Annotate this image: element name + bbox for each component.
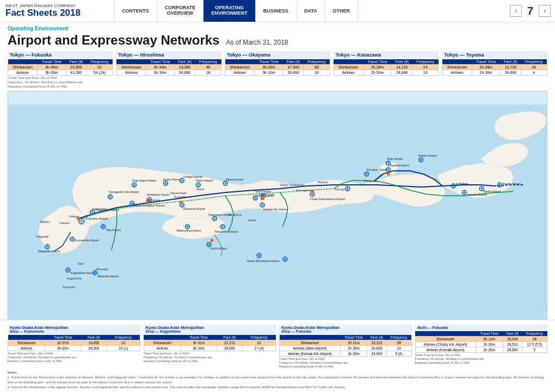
col-header-travel: Travel Time [146,59,174,65]
svg-text:Nagasaki: Nagasaki [36,235,49,238]
table-row: Shinkansen 3h 41m 22,210 22 [144,340,276,345]
svg-text:Yonago Airport: Yonago Airport [183,176,202,179]
table-row: Airlines 3h 10m 33,990 10 [225,70,330,76]
col-header-freq: Frequency [304,59,330,65]
svg-text:Kochi Airport: Kochi Airport [210,247,227,250]
route-title: Kyoto-Osaka-Kobe MetropolitanArea ― Kago… [144,325,276,334]
col-header-travel: Travel Time [472,59,500,65]
table-row: Shinkansen 4h 46m 22,950 31 [8,65,113,70]
col-header-type [225,59,255,65]
svg-text:Nanto: Nanto [248,219,256,222]
svg-text:Sasebo: Sasebo [40,220,50,223]
svg-text:Yamaguchi Ube Airport: Yamaguchi Ube Airport [109,190,139,194]
col-header-fare: Fare (¥) [283,59,304,65]
svg-text:Okayama Airport: Okayama Airport [183,207,205,210]
svg-text:Kanazawa: Kanazawa [364,179,378,183]
svg-text:Kamogawa: Kamogawa [296,189,311,192]
svg-point-159 [179,201,182,204]
table-row: Airlines 3h 00m 26,300 10 (1) [8,345,140,351]
table-row: Airlines 3h 30m 34,890 18 [116,70,221,76]
svg-text:Tajima Airport: Tajima Airport [225,178,244,181]
svg-text:Ibaraki Airport: Ibaraki Airport [502,182,521,185]
table-row: Airlines (Itami Airport) 2h 20m 24,600 1… [280,345,412,351]
route-fukuoka-metro: Kyoto-Osaka-Kobe MetropolitanArea ― Fuku… [279,325,412,369]
svg-text:Izumo Airport: Izumo Airport [163,178,181,181]
app-title: Fact Sheets 2018 [5,8,108,18]
nav-data[interactable]: DATA [297,0,325,22]
svg-text:Shin-Osaka: Shin-Osaka [259,193,275,196]
svg-text:Fukuoka Airport: Fukuoka Airport [85,217,108,220]
route-tokyo-kanazawa: Tokyo ― Kanazawa Travel Time Fare (¥) Fr… [334,51,439,89]
page-number: 7 [524,5,536,17]
svg-text:Kitakyushu: Kitakyushu [92,207,107,210]
col-header-fare: Fare (¥) [501,59,521,65]
svg-text:Hiroshima Airport: Hiroshima Airport [146,193,169,196]
table-note: Travel Time and Fare: JAL or ANAFrequenc… [415,353,548,365]
col-header-travel: Travel Time [363,59,391,65]
nav-operating[interactable]: OPERATING ENVIRONMENT [203,0,256,22]
svg-text:Komatsu Airport: Komatsu Airport [367,169,388,172]
nav-bar: CONTENTS CORPORATE OVERVIEW OPERATING EN… [114,0,505,22]
table-row: Airlines 2h 50m 24,890 10 [334,70,439,76]
svg-point-165 [210,239,213,242]
page-title-text: Airport and Expressway Networks [8,33,219,48]
col-header-type [8,59,38,65]
table-row: Shinkansen 2h 21m 15,310 59 [280,340,412,345]
nav-corporate[interactable]: CORPORATE OVERVIEW [157,0,204,22]
svg-text:Seki: Seki [78,262,84,265]
next-button[interactable]: › [539,5,551,17]
nav-contents[interactable]: CONTENTS [114,0,157,22]
col-header-type [116,59,146,65]
svg-text:Oita Airport: Oita Airport [106,228,121,232]
map-svg: Fukuoka Airport Kitakyushu Airport Oita … [8,91,547,324]
svg-text:Tsuruga: Tsuruga [334,188,345,191]
nav-business[interactable]: BUSINESS [256,0,297,22]
svg-text:Maizuru: Maizuru [318,181,328,184]
route-title: Tokyo ― Kanazawa [334,51,439,59]
svg-text:Yobashiro: Yobashiro [63,285,76,289]
table-row: Airlines (Komaki Airport) 2h 20m 28,500 … [415,347,547,352]
table-note: Travel Time and Fare: JAL or ANAFrequenc… [8,352,140,363]
svg-text:Hiroshima: Hiroshima [146,198,161,202]
table-note: Travel Time and Fare: JAL or ANAFrequenc… [8,76,113,89]
top-tables: Tokyo ― Fukuoka Travel Time Fare (¥) Fre… [8,51,547,89]
svg-text:Tottori Airport: Tottori Airport [195,179,213,182]
svg-point-139 [261,197,264,201]
svg-text:Tottori: Tottori [196,188,204,191]
page-subtitle: As of March 31, 2018 [226,39,288,46]
svg-text:Niigata Airport: Niigata Airport [418,154,437,158]
col-header-travel: Travel Time [255,59,283,65]
svg-text:Haneda Airport: Haneda Airport [467,193,487,196]
svg-point-162 [387,173,390,176]
svg-text:Sanyo Shinkansen: Sanyo Shinkansen [280,183,305,186]
svg-text:Miyazaki: Miyazaki [96,267,108,271]
route-tokyo-toyama: Tokyo ― Toyama Travel Time Fare (¥) Freq… [442,51,547,89]
table-note: Travel Time and Fare: JAL or ANAFrequenc… [144,352,276,363]
table-row: Airlines 3h 03m 41,390 54 (19) [8,70,113,76]
prev-button[interactable]: ‹ [510,5,522,17]
col-header-freq: Frequency [521,59,547,65]
table-note: Travel Time and Fare: JAL or ANAFrequenc… [279,357,412,369]
route-title: Tokyo ― Fukuoka [8,51,113,59]
svg-text:Hagi Iwami Airport: Hagi Iwami Airport [132,179,157,182]
page-title: Airport and Expressway Networks As of Ma… [8,33,547,48]
route-kagoshima: Kyoto-Osaka-Kobe MetropolitanArea ― Kago… [144,325,276,369]
route-title: Kyoto-Osaka-Kobe MetropolitanArea ― Kuma… [8,325,140,334]
svg-text:Kagoshima Airport: Kagoshima Airport [71,271,95,275]
col-header-fare: Fare (¥) [175,59,195,65]
route-tokyo-hiroshima: Tokyo ― Hiroshima Travel Time Fare (¥) F… [116,51,222,89]
table-row: Shinkansen 3h 12m 18,540 34 [415,336,547,341]
bottom-section: Kyoto-Osaka-Kobe MetropolitanArea ― Kuma… [0,320,555,392]
svg-text:Noto Airport: Noto Airport [387,158,403,161]
japan-map: Fukuoka Airport Kitakyushu Airport Oita … [8,91,547,325]
svg-text:Nanki Shirahama Airport: Nanki Shirahama Airport [247,259,280,263]
col-header-freq: Frequency [412,59,439,65]
nav-other[interactable]: OTHER [325,0,359,22]
svg-text:Matsuyama Airport: Matsuyama Airport [176,229,201,232]
svg-point-163 [311,190,314,193]
svg-text:Hakata: Hakata [69,215,79,218]
svg-text:Narita Airport: Narita Airport [483,190,501,193]
brand: WEST JAPAN RAILWAY COMPANY Fact Sheets 2… [0,0,114,22]
footer-notes: Notes 1. Travel time for the Shinkansen … [8,370,547,390]
section-label: Operating Environment [8,26,547,32]
